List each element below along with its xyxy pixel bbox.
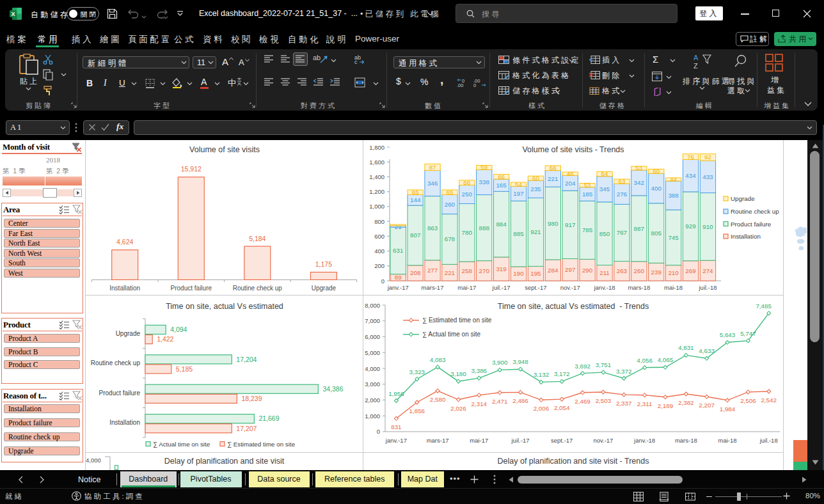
svg-text:7,485: 7,485 xyxy=(756,303,772,310)
svg-text:5,184: 5,184 xyxy=(249,235,265,242)
svg-text:3,948: 3,948 xyxy=(512,358,528,365)
svg-text:208: 208 xyxy=(410,269,421,276)
svg-text:338: 338 xyxy=(479,178,490,185)
svg-text:63: 63 xyxy=(618,178,625,185)
svg-text:2,503: 2,503 xyxy=(596,397,612,404)
svg-text:juil.-18: juil.-18 xyxy=(699,284,717,291)
svg-text:21,669: 21,669 xyxy=(258,414,279,422)
svg-text:884: 884 xyxy=(496,221,507,228)
svg-text:Installation: Installation xyxy=(731,233,761,240)
svg-text:89: 89 xyxy=(395,274,402,281)
svg-text:785: 785 xyxy=(582,226,593,233)
svg-text:4,083: 4,083 xyxy=(430,356,446,363)
svg-text:Time on site, actual Vs estima: Time on site, actual Vs estimated - Tren… xyxy=(498,302,649,311)
svg-text:15,912: 15,912 xyxy=(181,165,202,173)
svg-text:mars-17: mars-17 xyxy=(422,284,444,291)
svg-text:190: 190 xyxy=(513,270,524,277)
svg-text:Installation: Installation xyxy=(109,419,140,426)
svg-text:mai-18: mai-18 xyxy=(664,284,683,291)
svg-text:1,856: 1,856 xyxy=(409,407,425,414)
svg-text:janv.-17: janv.-17 xyxy=(385,437,407,444)
svg-text:269: 269 xyxy=(685,267,695,274)
svg-text:600: 600 xyxy=(374,233,384,240)
svg-text:3,386: 3,386 xyxy=(471,367,487,374)
svg-text:346: 346 xyxy=(427,180,438,187)
svg-text:Upgrade: Upgrade xyxy=(116,330,141,337)
svg-text:388: 388 xyxy=(668,192,679,199)
svg-text:197: 197 xyxy=(513,190,523,197)
svg-text:2,311: 2,311 xyxy=(637,400,653,407)
svg-text:1,400: 1,400 xyxy=(369,173,384,180)
svg-text:929: 929 xyxy=(685,223,695,230)
svg-text:60: 60 xyxy=(653,168,660,175)
svg-text:2,471: 2,471 xyxy=(492,398,508,405)
svg-text:janv.-18: janv.-18 xyxy=(593,284,615,291)
svg-text:0: 0 xyxy=(473,83,476,88)
svg-text:290: 290 xyxy=(582,267,593,274)
svg-text:Installation: Installation xyxy=(109,285,140,292)
svg-text:211: 211 xyxy=(599,269,610,276)
svg-text:3,172: 3,172 xyxy=(554,370,570,377)
svg-text:66: 66 xyxy=(550,164,557,171)
svg-text:nov.-17: nov.-17 xyxy=(593,437,613,444)
svg-text:21: 21 xyxy=(395,223,402,230)
svg-text:678: 678 xyxy=(445,235,456,242)
svg-text:800: 800 xyxy=(374,218,384,225)
svg-text:3,000: 3,000 xyxy=(365,381,380,388)
svg-text:3,692: 3,692 xyxy=(574,363,590,370)
svg-text:A: A xyxy=(693,54,699,61)
svg-text:888: 888 xyxy=(479,224,490,232)
svg-text:144: 144 xyxy=(410,196,421,203)
svg-text:2,000: 2,000 xyxy=(365,397,380,404)
svg-text:210: 210 xyxy=(668,269,679,276)
svg-text:17,204: 17,204 xyxy=(236,356,257,363)
svg-text:∑ Actual time on site: ∑ Actual time on site xyxy=(153,441,210,448)
svg-text:Time on site, actual Vs estima: Time on site, actual Vs estimated xyxy=(166,302,283,311)
svg-text:5,000: 5,000 xyxy=(365,349,380,356)
svg-text:200: 200 xyxy=(374,262,384,269)
svg-text:1,200: 1,200 xyxy=(369,188,384,195)
svg-text:sept.-17: sept.-17 xyxy=(551,437,573,444)
svg-text:Routine check up: Routine check up xyxy=(233,285,283,292)
svg-text:260: 260 xyxy=(445,201,456,208)
svg-text:885: 885 xyxy=(513,230,524,237)
svg-text:4,000: 4,000 xyxy=(365,365,380,372)
svg-text:917: 917 xyxy=(565,221,575,228)
svg-text:0: 0 xyxy=(377,428,380,435)
svg-text:c: c xyxy=(354,59,358,65)
svg-text:2,469: 2,469 xyxy=(574,398,590,405)
svg-text:319: 319 xyxy=(496,265,506,272)
svg-text:Product failure: Product failure xyxy=(171,285,212,292)
svg-text:921: 921 xyxy=(530,228,541,235)
svg-text:Routine check up: Routine check up xyxy=(91,359,141,366)
svg-text:235: 235 xyxy=(530,185,541,193)
svg-text:805: 805 xyxy=(651,230,662,237)
svg-text:185: 185 xyxy=(582,191,593,198)
svg-text:66: 66 xyxy=(463,179,470,186)
svg-text:34,386: 34,386 xyxy=(322,385,343,393)
svg-text:345: 345 xyxy=(599,185,610,193)
svg-text:8,000: 8,000 xyxy=(365,302,380,309)
svg-text:400: 400 xyxy=(651,185,662,192)
svg-text:1,600: 1,600 xyxy=(369,159,384,166)
svg-text:3,372: 3,372 xyxy=(616,368,632,375)
svg-text:1,422: 1,422 xyxy=(157,335,173,343)
svg-text:195: 195 xyxy=(530,270,541,277)
svg-text:mars-18: mars-18 xyxy=(628,284,650,291)
svg-text:juil.-17: juil.-17 xyxy=(492,284,511,291)
svg-text:221: 221 xyxy=(445,269,455,276)
svg-text:274: 274 xyxy=(702,267,713,274)
svg-text:Product failure: Product failure xyxy=(99,390,141,397)
svg-text:53: 53 xyxy=(635,164,642,171)
svg-text:2,314: 2,314 xyxy=(471,400,487,407)
svg-text:807: 807 xyxy=(410,232,420,239)
svg-text:5,185: 5,185 xyxy=(176,365,193,373)
svg-text:863: 863 xyxy=(427,224,438,232)
svg-text:92: 92 xyxy=(704,154,711,161)
svg-text:1,000: 1,000 xyxy=(365,413,380,420)
svg-text:767: 767 xyxy=(617,229,627,236)
svg-text:250: 250 xyxy=(462,191,473,198)
svg-text:Upgrade: Upgrade xyxy=(312,285,337,292)
svg-text:4,094: 4,094 xyxy=(170,326,187,333)
svg-text:887: 887 xyxy=(634,225,644,232)
